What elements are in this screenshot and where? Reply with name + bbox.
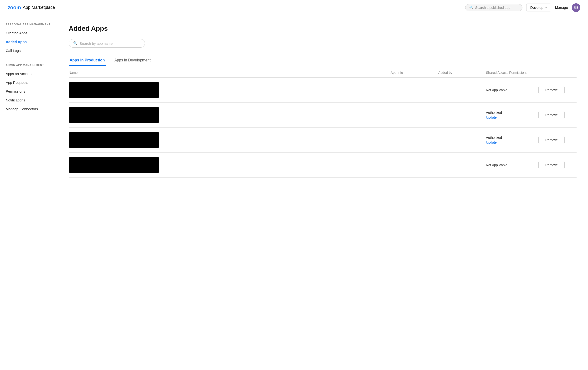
shared-access-cell: Not Applicable [486,163,538,167]
sidebar-item-label: App Requests [6,80,28,85]
sidebar-item-app-requests[interactable]: App Requests [0,78,57,87]
sidebar-item-call-logs[interactable]: Call Logs [0,46,57,55]
app-thumbnail [69,132,159,148]
manage-link[interactable]: Manage [555,5,568,10]
shared-access-cell: Authorized Update [486,136,538,144]
shared-access-value: Not Applicable [486,163,538,167]
table-header: Name App Info Added by Shared Access Per… [69,66,577,78]
app-name-cell [69,107,390,123]
update-link[interactable]: Update [486,140,538,144]
main-content: Added Apps 🔍 Apps in Production Apps in … [57,15,588,370]
sidebar-item-notifications[interactable]: Notifications [0,96,57,105]
tab-development[interactable]: Apps in Development [114,55,152,66]
search-published-input[interactable]: 🔍 Search a published app [465,4,522,11]
shared-access-cell: Not Applicable [486,88,538,92]
sidebar-item-added-apps[interactable]: Added Apps [0,37,57,46]
table-row: Not Applicable Remove [69,153,577,178]
admin-section-label: ADMIN APP MANAGEMENT [0,64,57,69]
header-left: zoom App Marketplace [8,5,55,11]
app-name-cell [69,82,390,98]
header: zoom App Marketplace 🔍 Search a publishe… [0,0,588,15]
sidebar-item-permissions[interactable]: Permissions [0,87,57,96]
zoom-wordmark: zoom [8,5,21,11]
layout: PERSONAL APP MANAGEMENT Created Apps Add… [0,15,588,370]
tabs: Apps in Production Apps in Development [69,55,577,66]
col-name: Name [69,71,390,75]
app-search-input[interactable] [80,41,140,45]
header-right: 🔍 Search a published app Develop ▼ Manag… [465,3,580,12]
remove-button[interactable]: Remove [538,111,565,119]
chevron-down-icon: ▼ [545,6,547,9]
actions-cell: Remove [538,86,577,94]
sidebar-item-label: Notifications [6,98,25,102]
zoom-logo: zoom App Marketplace [8,5,55,11]
app-search-bar[interactable]: 🔍 [69,39,145,48]
search-published-placeholder: Search a published app [475,6,510,10]
col-actions [538,71,577,75]
col-shared-access: Shared Access Permissions [486,71,538,75]
actions-cell: Remove [538,111,577,119]
remove-button[interactable]: Remove [538,161,565,169]
sidebar-item-label: Created Apps [6,31,27,35]
shared-access-value: Not Applicable [486,88,538,92]
remove-button[interactable]: Remove [538,136,565,144]
sidebar-item-apps-on-account[interactable]: Apps on Account [0,69,57,78]
actions-cell: Remove [538,161,577,169]
user-avatar[interactable]: US [572,3,580,12]
app-thumbnail [69,107,159,123]
shared-access-value: Authorized [486,111,538,115]
table-row: Not Applicable Remove [69,78,577,103]
personal-section-label: PERSONAL APP MANAGEMENT [0,23,57,29]
table-row: Authorized Update Remove [69,128,577,153]
shared-access-value: Authorized [486,136,538,140]
page-title: Added Apps [69,25,577,32]
actions-cell: Remove [538,136,577,144]
table-row: Authorized Update Remove [69,103,577,128]
shared-access-cell: Authorized Update [486,111,538,119]
sidebar-item-created-apps[interactable]: Created Apps [0,29,57,37]
sidebar-item-label: Added Apps [6,40,27,44]
sidebar-item-label: Call Logs [6,49,21,53]
app-thumbnail [69,82,159,98]
search-icon: 🔍 [469,6,473,10]
sidebar-item-manage-connectors[interactable]: Manage Connectors [0,105,57,113]
col-added-by: Added by [438,71,486,75]
sidebar-item-label: Manage Connectors [6,107,38,111]
tab-production[interactable]: Apps in Production [69,55,106,66]
col-app-info: App Info [390,71,438,75]
develop-label: Develop [530,5,543,10]
app-thumbnail [69,157,159,173]
sidebar: PERSONAL APP MANAGEMENT Created Apps Add… [0,15,57,370]
app-name-cell [69,157,390,173]
app-name-cell [69,132,390,148]
remove-button[interactable]: Remove [538,86,565,94]
app-marketplace-title: App Marketplace [23,5,55,10]
search-icon: 🔍 [73,41,78,45]
update-link[interactable]: Update [486,115,538,119]
sidebar-item-label: Permissions [6,89,25,93]
develop-button[interactable]: Develop ▼ [526,4,551,11]
sidebar-item-label: Apps on Account [6,72,33,76]
